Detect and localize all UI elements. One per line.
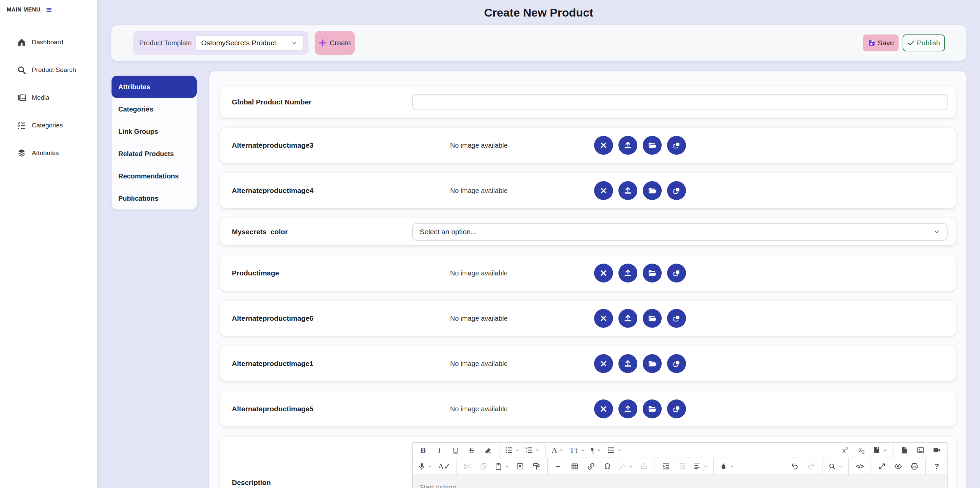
- horizontal-rule-button[interactable]: [550, 462, 567, 471]
- close-button[interactable]: [594, 354, 613, 373]
- tab-link-groups[interactable]: Link Groups: [111, 120, 197, 143]
- bold-button[interactable]: B: [415, 446, 431, 454]
- toolbar-separator: [547, 458, 548, 474]
- sidebar-item-dashboard[interactable]: Dashboard: [0, 29, 97, 56]
- sidebar-item-media[interactable]: Media: [0, 84, 97, 111]
- eraser-button[interactable]: [480, 446, 496, 454]
- droplet-button[interactable]: [717, 462, 737, 471]
- copy-pages-button[interactable]: [667, 309, 686, 328]
- cut-button[interactable]: [459, 462, 476, 471]
- mysecrets_color-select[interactable]: Select an option...: [412, 223, 948, 241]
- class-span-button[interactable]: [604, 446, 625, 454]
- magic-wand-button[interactable]: [616, 462, 636, 471]
- upload-button[interactable]: [619, 354, 637, 373]
- underline-button[interactable]: U: [447, 446, 464, 454]
- upload-button[interactable]: [619, 136, 637, 155]
- close-button[interactable]: [594, 399, 613, 418]
- section-tabs: AttributesCategoriesLink GroupsRelated P…: [111, 76, 197, 210]
- book-button[interactable]: [870, 446, 890, 454]
- tab-recommendations[interactable]: Recommendations: [111, 165, 197, 187]
- spellcheck-button[interactable]: A✓: [435, 462, 453, 471]
- upload-button[interactable]: [619, 264, 637, 283]
- form-row-alternateproductimage4: Alternateproductimage4No image available: [220, 173, 956, 208]
- editor-toolbar-row2: A✓Ω</>?: [413, 458, 947, 475]
- strikethrough-button[interactable]: S: [464, 446, 480, 454]
- upload-button[interactable]: [619, 181, 637, 200]
- copy-pages-button[interactable]: [667, 264, 686, 283]
- hamburger-icon[interactable]: [46, 7, 52, 13]
- save-button[interactable]: Save: [863, 35, 899, 51]
- page-title: Create New Product: [97, 6, 980, 19]
- tab-categories[interactable]: Categories: [111, 98, 197, 120]
- folder-open-button[interactable]: [643, 399, 662, 418]
- align-button[interactable]: [690, 462, 711, 471]
- product-template-group: Product Template OstomySecrets Product: [133, 31, 309, 55]
- upload-button[interactable]: [619, 309, 637, 328]
- folder-open-button[interactable]: [643, 309, 662, 328]
- toolbar-separator: [499, 443, 500, 458]
- product-template-select[interactable]: OstomySecrets Product: [195, 35, 304, 51]
- paint-roller-button[interactable]: [528, 462, 544, 471]
- no-image-text: No image available: [450, 269, 508, 277]
- sidebar-item-attributes[interactable]: Attributes: [0, 139, 97, 167]
- ordered-list-button[interactable]: 12: [522, 446, 543, 454]
- publish-button[interactable]: Publish: [903, 35, 945, 51]
- check-icon: [907, 39, 915, 47]
- paragraph-button[interactable]: ¶: [588, 446, 604, 454]
- italic-button[interactable]: I: [431, 446, 447, 454]
- question-button[interactable]: ?: [929, 462, 945, 471]
- folder-open-button[interactable]: [643, 354, 662, 373]
- sidebar-item-product-search[interactable]: Product Search: [0, 56, 97, 84]
- undo-button[interactable]: [787, 462, 803, 471]
- close-button[interactable]: [594, 136, 613, 155]
- global-product-number-input[interactable]: [412, 94, 948, 110]
- microphone-button[interactable]: [415, 462, 435, 471]
- media-icon: [17, 93, 26, 102]
- copy-pages-button[interactable]: [667, 181, 686, 200]
- close-button[interactable]: [594, 309, 613, 328]
- toolbar-separator: [655, 458, 655, 474]
- tab-attributes[interactable]: Attributes: [111, 76, 197, 98]
- tab-publications[interactable]: Publications: [111, 187, 197, 210]
- link-button[interactable]: [583, 462, 599, 471]
- select-all-button[interactable]: [512, 462, 528, 471]
- folder-open-button[interactable]: [643, 181, 662, 200]
- robot-button[interactable]: [636, 462, 652, 471]
- create-button[interactable]: Create: [315, 31, 355, 55]
- copy-pages-button[interactable]: [667, 354, 686, 373]
- copy-pages-button[interactable]: [667, 399, 686, 418]
- font-size-button[interactable]: T↕: [567, 446, 588, 454]
- folder-open-button[interactable]: [643, 264, 662, 283]
- font-button[interactable]: A: [549, 446, 567, 454]
- image-button[interactable]: [912, 446, 929, 454]
- tab-related-products[interactable]: Related Products: [111, 143, 197, 165]
- omega-button[interactable]: Ω: [599, 462, 616, 471]
- close-button[interactable]: [594, 181, 613, 200]
- toolbar-actions: Save Publish: [863, 35, 945, 51]
- search-button[interactable]: [825, 462, 845, 471]
- toolbar-separator: [925, 458, 926, 474]
- superscript-button[interactable]: x2: [837, 446, 854, 454]
- redo-button[interactable]: [803, 462, 819, 471]
- copy-button[interactable]: [476, 462, 492, 471]
- field-label: Alternateproductimage4: [232, 186, 412, 195]
- outdent-button[interactable]: [674, 462, 690, 471]
- eye-button[interactable]: [890, 462, 906, 471]
- upload-button[interactable]: [619, 399, 637, 418]
- print-button[interactable]: [906, 462, 923, 471]
- table-button[interactable]: [567, 462, 583, 471]
- video-button[interactable]: [929, 446, 945, 454]
- fullscreen-button[interactable]: [874, 462, 890, 471]
- close-button[interactable]: [594, 264, 613, 283]
- copy-pages-button[interactable]: [667, 136, 686, 155]
- paste-button[interactable]: [492, 462, 512, 471]
- file-button[interactable]: [896, 446, 912, 454]
- unordered-list-button[interactable]: [502, 446, 522, 454]
- field-label: Global Product Number: [232, 98, 412, 106]
- source-code-button[interactable]: </>: [851, 463, 868, 470]
- sidebar-item-categories[interactable]: Categories: [0, 111, 97, 139]
- folder-open-button[interactable]: [643, 136, 662, 155]
- editor-content[interactable]: Start writing...: [413, 475, 947, 488]
- subscript-button[interactable]: x2: [854, 446, 870, 455]
- indent-button[interactable]: [658, 462, 674, 471]
